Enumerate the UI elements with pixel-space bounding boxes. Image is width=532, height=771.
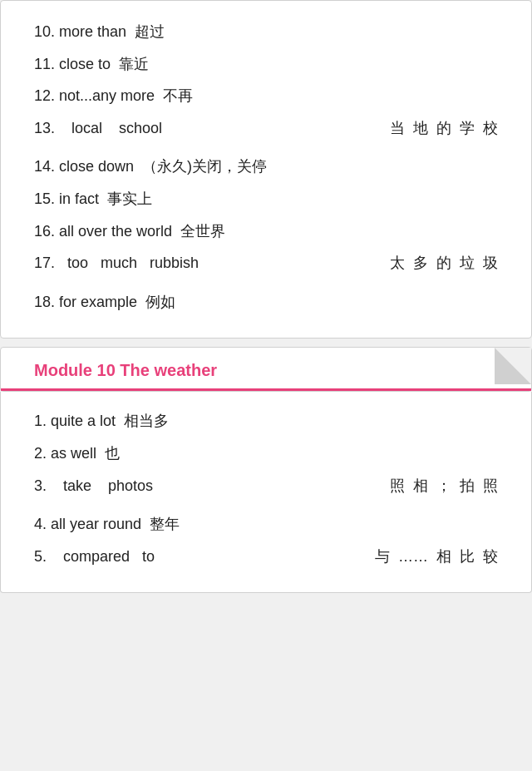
- item-english: close down: [59, 158, 134, 175]
- item-english: all year round: [51, 516, 141, 532]
- item-right: 照 相 ； 拍 照: [390, 473, 498, 499]
- item-chinese: 也: [105, 445, 120, 462]
- item-english: as well: [51, 445, 96, 462]
- module-title: Module 10 The weather: [34, 361, 498, 388]
- item-left: 3. take photos: [34, 473, 153, 499]
- item-english: quite a lot: [51, 413, 116, 429]
- item-english: more than: [59, 23, 126, 40]
- list-item: 1. quite a lot 相当多: [34, 405, 498, 437]
- item-english: all over the world: [59, 223, 172, 240]
- item-number: 10.: [34, 23, 59, 40]
- item-left: 17. too much rubbish: [34, 250, 199, 276]
- item-left: 13. local school: [34, 116, 162, 141]
- item-chinese: 靠近: [119, 56, 149, 72]
- item-number: 15.: [34, 190, 59, 207]
- justified-row: 5. compared to 与 …… 相 比 较: [34, 544, 498, 570]
- item-right: 太 多 的 垃 圾: [390, 250, 498, 276]
- list-item: 18. for example 例如: [34, 286, 498, 319]
- list-item: 15. in fact 事实上: [34, 183, 498, 215]
- item-chinese: 超过: [135, 23, 165, 40]
- list-item: 2. as well 也: [34, 437, 498, 470]
- list-item: 12. not...any more 不再: [34, 80, 498, 112]
- item-right: 与 …… 相 比 较: [375, 544, 498, 570]
- item-chinese: 相当多: [124, 413, 169, 429]
- module-content: 1. quite a lot 相当多 2. as well 也 3. take …: [0, 392, 532, 593]
- module-divider: [1, 388, 531, 391]
- list-item: 16. all over the world 全世界: [34, 215, 498, 248]
- list-item: 11. close to 靠近: [34, 48, 498, 81]
- item-number: 11.: [34, 56, 59, 72]
- item-chinese: 不再: [163, 87, 193, 104]
- list-item: 4. all year round 整年: [34, 508, 498, 541]
- item-chinese: 全世界: [180, 223, 225, 240]
- item-left: 5. compared to: [34, 544, 155, 570]
- item-english: for example: [59, 294, 137, 310]
- item-number: 2.: [34, 445, 51, 462]
- item-number: 14.: [34, 158, 59, 175]
- list-item: 13. local school 当 地 的 学 校: [34, 112, 498, 145]
- justified-row: 17. too much rubbish 太 多 的 垃 圾: [34, 250, 498, 276]
- item-number: 18.: [34, 294, 59, 310]
- vocab-list-bottom: 1. quite a lot 相当多 2. as well 也 3. take …: [34, 405, 498, 572]
- justified-row: 13. local school 当 地 的 学 校: [34, 116, 498, 141]
- list-item: 17. too much rubbish 太 多 的 垃 圾: [34, 247, 498, 279]
- item-english: close to: [59, 56, 111, 72]
- module-header: Module 10 The weather: [0, 347, 532, 392]
- item-right: 当 地 的 学 校: [390, 116, 498, 141]
- fold-corner: [495, 348, 531, 384]
- item-number: 12.: [34, 87, 59, 104]
- item-chinese: 例如: [145, 294, 175, 310]
- vocab-card-top: 10. more than 超过 11. close to 靠近 12. not…: [0, 0, 532, 339]
- item-english: not...any more: [59, 87, 155, 104]
- item-chinese: 事实上: [107, 190, 152, 207]
- list-item: 14. close down （永久)关闭，关停: [34, 151, 498, 183]
- vocab-list-top: 10. more than 超过 11. close to 靠近 12. not…: [34, 16, 498, 318]
- item-chinese: 整年: [150, 516, 180, 532]
- justified-row: 3. take photos 照 相 ； 拍 照: [34, 473, 498, 499]
- list-item: 10. more than 超过: [34, 16, 498, 48]
- item-number: 1.: [34, 413, 51, 429]
- item-number: 16.: [34, 223, 59, 240]
- item-number: 4.: [34, 516, 51, 532]
- list-item: 5. compared to 与 …… 相 比 较: [34, 541, 498, 573]
- item-chinese: （永久)关闭，关停: [142, 158, 267, 175]
- list-item: 3. take photos 照 相 ； 拍 照: [34, 470, 498, 502]
- item-english: in fact: [59, 190, 99, 207]
